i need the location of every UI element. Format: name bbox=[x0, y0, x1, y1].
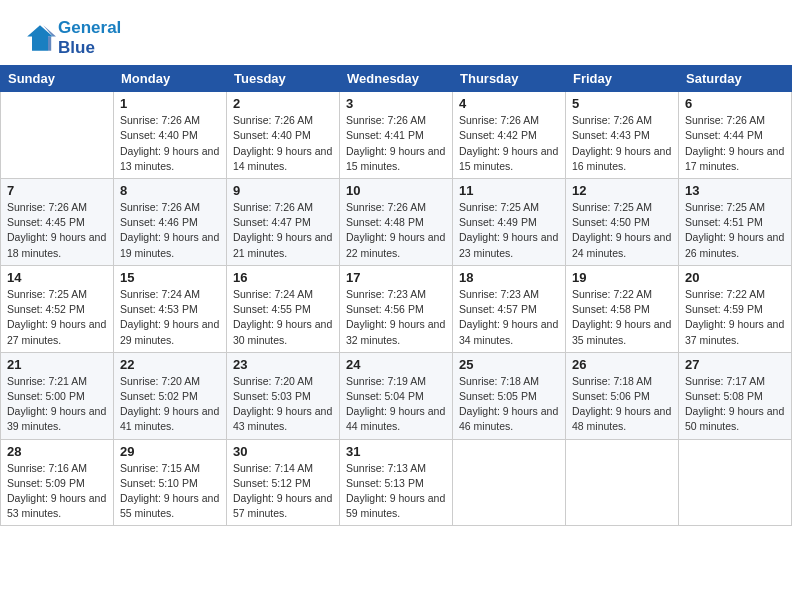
calendar-cell: 2Sunrise: 7:26 AMSunset: 4:40 PMDaylight… bbox=[227, 92, 340, 179]
day-detail: Sunrise: 7:26 AMSunset: 4:44 PMDaylight:… bbox=[685, 113, 785, 174]
calendar: SundayMondayTuesdayWednesdayThursdayFrid… bbox=[0, 65, 792, 526]
calendar-cell: 12Sunrise: 7:25 AMSunset: 4:50 PMDayligh… bbox=[566, 178, 679, 265]
day-detail: Sunrise: 7:25 AMSunset: 4:52 PMDaylight:… bbox=[7, 287, 107, 348]
weekday-header-thursday: Thursday bbox=[453, 66, 566, 92]
calendar-cell: 14Sunrise: 7:25 AMSunset: 4:52 PMDayligh… bbox=[1, 265, 114, 352]
calendar-cell: 13Sunrise: 7:25 AMSunset: 4:51 PMDayligh… bbox=[679, 178, 792, 265]
calendar-cell: 7Sunrise: 7:26 AMSunset: 4:45 PMDaylight… bbox=[1, 178, 114, 265]
day-number: 16 bbox=[233, 270, 333, 285]
weekday-header-tuesday: Tuesday bbox=[227, 66, 340, 92]
week-row: 21Sunrise: 7:21 AMSunset: 5:00 PMDayligh… bbox=[1, 352, 792, 439]
day-detail: Sunrise: 7:17 AMSunset: 5:08 PMDaylight:… bbox=[685, 374, 785, 435]
logo-text: General Blue bbox=[58, 18, 121, 57]
day-number: 3 bbox=[346, 96, 446, 111]
day-detail: Sunrise: 7:24 AMSunset: 4:55 PMDaylight:… bbox=[233, 287, 333, 348]
calendar-cell: 24Sunrise: 7:19 AMSunset: 5:04 PMDayligh… bbox=[340, 352, 453, 439]
day-number: 14 bbox=[7, 270, 107, 285]
calendar-cell: 10Sunrise: 7:26 AMSunset: 4:48 PMDayligh… bbox=[340, 178, 453, 265]
calendar-cell: 8Sunrise: 7:26 AMSunset: 4:46 PMDaylight… bbox=[114, 178, 227, 265]
day-number: 18 bbox=[459, 270, 559, 285]
day-number: 2 bbox=[233, 96, 333, 111]
day-number: 20 bbox=[685, 270, 785, 285]
day-number: 17 bbox=[346, 270, 446, 285]
day-number: 24 bbox=[346, 357, 446, 372]
day-detail: Sunrise: 7:20 AMSunset: 5:02 PMDaylight:… bbox=[120, 374, 220, 435]
weekday-header-friday: Friday bbox=[566, 66, 679, 92]
day-detail: Sunrise: 7:26 AMSunset: 4:46 PMDaylight:… bbox=[120, 200, 220, 261]
day-number: 25 bbox=[459, 357, 559, 372]
calendar-cell: 31Sunrise: 7:13 AMSunset: 5:13 PMDayligh… bbox=[340, 439, 453, 526]
calendar-cell: 26Sunrise: 7:18 AMSunset: 5:06 PMDayligh… bbox=[566, 352, 679, 439]
day-number: 13 bbox=[685, 183, 785, 198]
week-row: 28Sunrise: 7:16 AMSunset: 5:09 PMDayligh… bbox=[1, 439, 792, 526]
calendar-cell: 15Sunrise: 7:24 AMSunset: 4:53 PMDayligh… bbox=[114, 265, 227, 352]
day-detail: Sunrise: 7:21 AMSunset: 5:00 PMDaylight:… bbox=[7, 374, 107, 435]
weekday-header-saturday: Saturday bbox=[679, 66, 792, 92]
day-detail: Sunrise: 7:13 AMSunset: 5:13 PMDaylight:… bbox=[346, 461, 446, 522]
weekday-header-monday: Monday bbox=[114, 66, 227, 92]
day-number: 11 bbox=[459, 183, 559, 198]
day-detail: Sunrise: 7:25 AMSunset: 4:50 PMDaylight:… bbox=[572, 200, 672, 261]
calendar-cell: 21Sunrise: 7:21 AMSunset: 5:00 PMDayligh… bbox=[1, 352, 114, 439]
day-detail: Sunrise: 7:26 AMSunset: 4:45 PMDaylight:… bbox=[7, 200, 107, 261]
day-number: 8 bbox=[120, 183, 220, 198]
day-number: 23 bbox=[233, 357, 333, 372]
calendar-cell bbox=[566, 439, 679, 526]
day-detail: Sunrise: 7:20 AMSunset: 5:03 PMDaylight:… bbox=[233, 374, 333, 435]
calendar-cell: 1Sunrise: 7:26 AMSunset: 4:40 PMDaylight… bbox=[114, 92, 227, 179]
calendar-cell: 9Sunrise: 7:26 AMSunset: 4:47 PMDaylight… bbox=[227, 178, 340, 265]
day-detail: Sunrise: 7:24 AMSunset: 4:53 PMDaylight:… bbox=[120, 287, 220, 348]
calendar-cell: 29Sunrise: 7:15 AMSunset: 5:10 PMDayligh… bbox=[114, 439, 227, 526]
day-detail: Sunrise: 7:14 AMSunset: 5:12 PMDaylight:… bbox=[233, 461, 333, 522]
calendar-cell: 16Sunrise: 7:24 AMSunset: 4:55 PMDayligh… bbox=[227, 265, 340, 352]
day-number: 12 bbox=[572, 183, 672, 198]
day-number: 21 bbox=[7, 357, 107, 372]
calendar-cell: 11Sunrise: 7:25 AMSunset: 4:49 PMDayligh… bbox=[453, 178, 566, 265]
calendar-cell: 5Sunrise: 7:26 AMSunset: 4:43 PMDaylight… bbox=[566, 92, 679, 179]
calendar-cell: 27Sunrise: 7:17 AMSunset: 5:08 PMDayligh… bbox=[679, 352, 792, 439]
calendar-cell: 3Sunrise: 7:26 AMSunset: 4:41 PMDaylight… bbox=[340, 92, 453, 179]
day-number: 7 bbox=[7, 183, 107, 198]
weekday-header-row: SundayMondayTuesdayWednesdayThursdayFrid… bbox=[1, 66, 792, 92]
day-detail: Sunrise: 7:26 AMSunset: 4:42 PMDaylight:… bbox=[459, 113, 559, 174]
day-detail: Sunrise: 7:22 AMSunset: 4:59 PMDaylight:… bbox=[685, 287, 785, 348]
week-row: 7Sunrise: 7:26 AMSunset: 4:45 PMDaylight… bbox=[1, 178, 792, 265]
day-detail: Sunrise: 7:26 AMSunset: 4:40 PMDaylight:… bbox=[120, 113, 220, 174]
day-detail: Sunrise: 7:26 AMSunset: 4:40 PMDaylight:… bbox=[233, 113, 333, 174]
weekday-header-wednesday: Wednesday bbox=[340, 66, 453, 92]
day-detail: Sunrise: 7:18 AMSunset: 5:06 PMDaylight:… bbox=[572, 374, 672, 435]
logo: General Blue bbox=[24, 18, 121, 57]
calendar-cell: 4Sunrise: 7:26 AMSunset: 4:42 PMDaylight… bbox=[453, 92, 566, 179]
header: General Blue bbox=[0, 0, 792, 65]
calendar-cell: 6Sunrise: 7:26 AMSunset: 4:44 PMDaylight… bbox=[679, 92, 792, 179]
day-detail: Sunrise: 7:18 AMSunset: 5:05 PMDaylight:… bbox=[459, 374, 559, 435]
day-number: 29 bbox=[120, 444, 220, 459]
day-detail: Sunrise: 7:25 AMSunset: 4:51 PMDaylight:… bbox=[685, 200, 785, 261]
calendar-cell: 25Sunrise: 7:18 AMSunset: 5:05 PMDayligh… bbox=[453, 352, 566, 439]
day-detail: Sunrise: 7:25 AMSunset: 4:49 PMDaylight:… bbox=[459, 200, 559, 261]
day-detail: Sunrise: 7:26 AMSunset: 4:48 PMDaylight:… bbox=[346, 200, 446, 261]
calendar-cell: 30Sunrise: 7:14 AMSunset: 5:12 PMDayligh… bbox=[227, 439, 340, 526]
calendar-cell: 18Sunrise: 7:23 AMSunset: 4:57 PMDayligh… bbox=[453, 265, 566, 352]
calendar-cell: 28Sunrise: 7:16 AMSunset: 5:09 PMDayligh… bbox=[1, 439, 114, 526]
calendar-cell: 23Sunrise: 7:20 AMSunset: 5:03 PMDayligh… bbox=[227, 352, 340, 439]
day-number: 5 bbox=[572, 96, 672, 111]
page: General Blue SundayMondayTuesdayWednesda… bbox=[0, 0, 792, 612]
calendar-cell bbox=[679, 439, 792, 526]
day-detail: Sunrise: 7:26 AMSunset: 4:41 PMDaylight:… bbox=[346, 113, 446, 174]
day-number: 4 bbox=[459, 96, 559, 111]
day-number: 22 bbox=[120, 357, 220, 372]
day-number: 27 bbox=[685, 357, 785, 372]
calendar-cell: 17Sunrise: 7:23 AMSunset: 4:56 PMDayligh… bbox=[340, 265, 453, 352]
day-number: 15 bbox=[120, 270, 220, 285]
week-row: 14Sunrise: 7:25 AMSunset: 4:52 PMDayligh… bbox=[1, 265, 792, 352]
day-number: 1 bbox=[120, 96, 220, 111]
calendar-cell: 20Sunrise: 7:22 AMSunset: 4:59 PMDayligh… bbox=[679, 265, 792, 352]
weekday-header-sunday: Sunday bbox=[1, 66, 114, 92]
week-row: 1Sunrise: 7:26 AMSunset: 4:40 PMDaylight… bbox=[1, 92, 792, 179]
day-detail: Sunrise: 7:15 AMSunset: 5:10 PMDaylight:… bbox=[120, 461, 220, 522]
day-detail: Sunrise: 7:23 AMSunset: 4:57 PMDaylight:… bbox=[459, 287, 559, 348]
calendar-cell bbox=[453, 439, 566, 526]
day-number: 10 bbox=[346, 183, 446, 198]
day-number: 26 bbox=[572, 357, 672, 372]
